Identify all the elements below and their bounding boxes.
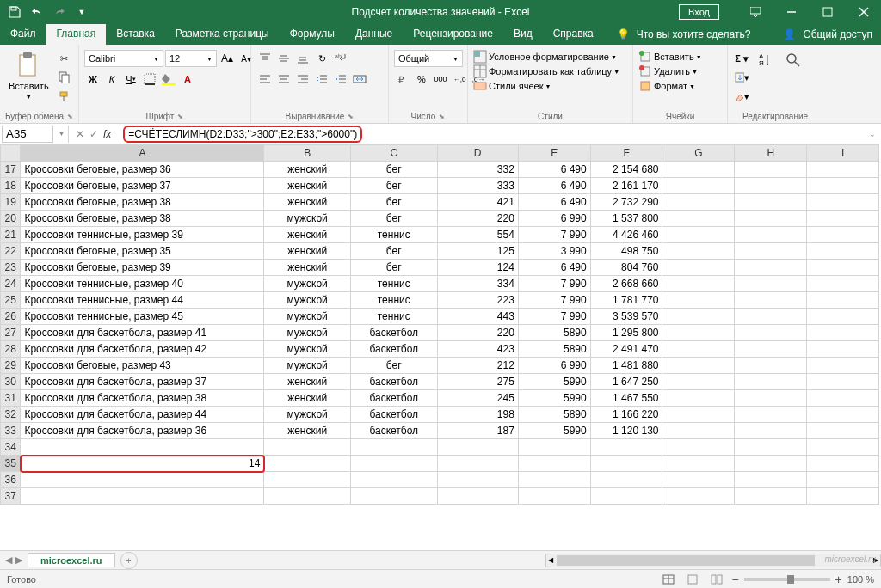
cell[interactable]: баскетбол xyxy=(350,325,437,341)
align-middle-icon[interactable] xyxy=(275,50,293,67)
cell[interactable]: 5990 xyxy=(518,423,590,439)
tab-view[interactable]: Вид xyxy=(503,24,543,45)
cell[interactable]: 5990 xyxy=(518,390,590,407)
cell[interactable]: Кроссовки беговые, размер 43 xyxy=(21,358,264,374)
cell[interactable]: Кроссовки для баскетбола, размер 37 xyxy=(21,374,264,390)
row-header[interactable]: 20 xyxy=(1,211,21,227)
cell[interactable]: 7 990 xyxy=(518,227,590,243)
wrap-text-icon[interactable]: ab xyxy=(332,50,349,67)
cell[interactable] xyxy=(350,488,437,505)
col-header-B[interactable]: B xyxy=(264,145,351,162)
cell[interactable] xyxy=(21,439,264,456)
cell[interactable]: 220 xyxy=(437,325,518,341)
underline-button[interactable]: Ч▾ xyxy=(122,70,139,88)
increase-indent-icon[interactable] xyxy=(332,70,349,88)
sheet-tab-active[interactable]: microexcel.ru xyxy=(28,553,115,567)
cell[interactable]: 6 490 xyxy=(518,194,590,211)
save-icon[interactable] xyxy=(5,3,24,21)
cell[interactable] xyxy=(807,439,879,456)
cell[interactable] xyxy=(264,472,351,488)
cell[interactable] xyxy=(350,472,437,488)
cell[interactable] xyxy=(662,488,735,505)
cell[interactable] xyxy=(662,162,735,178)
cell[interactable]: женский xyxy=(264,162,351,178)
spreadsheet-grid[interactable]: ABCDEFGHI17Кроссовки беговые, размер 36ж… xyxy=(0,144,879,505)
cell[interactable]: 443 xyxy=(437,309,518,325)
cell[interactable] xyxy=(735,341,807,358)
cell[interactable]: Кроссовки беговые, размер 38 xyxy=(21,194,264,211)
cell[interactable]: бег xyxy=(350,194,437,211)
cell[interactable]: женский xyxy=(264,194,351,211)
font-launcher-icon[interactable]: ⬊ xyxy=(177,113,183,120)
cell[interactable] xyxy=(807,472,879,488)
cell[interactable]: женский xyxy=(264,423,351,439)
cell[interactable] xyxy=(735,472,807,488)
tab-home[interactable]: Главная xyxy=(46,24,107,45)
row-header[interactable]: 19 xyxy=(1,194,21,211)
cell[interactable] xyxy=(807,358,879,374)
zoom-out-button[interactable]: − xyxy=(731,573,738,586)
bold-button[interactable]: Ж xyxy=(84,70,102,88)
clear-icon[interactable]: ▾ xyxy=(733,88,750,105)
cell[interactable] xyxy=(735,162,807,178)
cell[interactable] xyxy=(662,374,735,390)
cell[interactable] xyxy=(662,211,735,227)
cell[interactable] xyxy=(590,456,662,472)
cell[interactable] xyxy=(735,439,807,456)
fill-color-icon[interactable] xyxy=(160,70,177,88)
row-header[interactable]: 23 xyxy=(1,260,21,276)
sort-filter-button[interactable]: AЯ xyxy=(754,50,778,70)
cell[interactable] xyxy=(662,178,735,194)
cell[interactable]: 6 490 xyxy=(518,260,590,276)
cell[interactable]: Кроссовки теннисные, размер 40 xyxy=(21,276,264,292)
cell[interactable]: 1 166 220 xyxy=(590,407,662,423)
cell[interactable]: Кроссовки для баскетбола, размер 42 xyxy=(21,341,264,358)
row-header[interactable]: 36 xyxy=(1,472,21,488)
name-box-dropdown-icon[interactable]: ▼ xyxy=(55,126,69,143)
cell[interactable] xyxy=(807,309,879,325)
cell[interactable]: 7 990 xyxy=(518,276,590,292)
cell[interactable]: баскетбол xyxy=(350,341,437,358)
row-header[interactable]: 24 xyxy=(1,276,21,292)
cell[interactable]: баскетбол xyxy=(350,423,437,439)
col-header-F[interactable]: F xyxy=(590,145,662,162)
cell[interactable] xyxy=(735,276,807,292)
cell[interactable] xyxy=(518,456,590,472)
cell[interactable]: 187 xyxy=(437,423,518,439)
align-launcher-icon[interactable]: ⬊ xyxy=(348,113,354,120)
cell[interactable]: Кроссовки беговые, размер 38 xyxy=(21,211,264,227)
cell[interactable]: Кроссовки беговые, размер 37 xyxy=(21,178,264,194)
cell[interactable]: 124 xyxy=(437,260,518,276)
cell[interactable] xyxy=(807,374,879,390)
cell[interactable]: бег xyxy=(350,243,437,260)
formula-input[interactable]: =СЧЁТЕСЛИМН(D2:D33;">300";E2:E33;">6000"… xyxy=(118,124,864,144)
cell[interactable]: 6 490 xyxy=(518,162,590,178)
cell[interactable]: 2 491 470 xyxy=(590,341,662,358)
col-header-E[interactable]: E xyxy=(518,145,590,162)
cell[interactable]: 423 xyxy=(437,341,518,358)
conditional-format-button[interactable]: Условное форматирование▼ xyxy=(473,50,617,64)
cell[interactable]: 804 760 xyxy=(590,260,662,276)
row-header[interactable]: 27 xyxy=(1,325,21,341)
cell[interactable]: 2 161 170 xyxy=(590,178,662,194)
font-size-combo[interactable]: 12▼ xyxy=(165,50,217,67)
qat-dropdown-icon[interactable]: ▼ xyxy=(72,3,91,21)
login-button[interactable]: Вход xyxy=(679,4,719,20)
row-header[interactable]: 35 xyxy=(1,456,21,472)
cell[interactable] xyxy=(807,260,879,276)
cell[interactable]: 4 426 460 xyxy=(590,227,662,243)
cell[interactable]: мужской xyxy=(264,211,351,227)
tab-insert[interactable]: Вставка xyxy=(106,24,165,45)
zoom-level[interactable]: 100 % xyxy=(847,574,874,585)
row-header[interactable]: 28 xyxy=(1,341,21,358)
cell[interactable]: бег xyxy=(350,178,437,194)
cell[interactable] xyxy=(807,488,879,505)
cell[interactable] xyxy=(735,227,807,243)
cell[interactable] xyxy=(437,472,518,488)
cell[interactable]: 334 xyxy=(437,276,518,292)
cell[interactable]: баскетбол xyxy=(350,374,437,390)
cell[interactable] xyxy=(662,341,735,358)
cell[interactable] xyxy=(437,488,518,505)
cell[interactable] xyxy=(662,390,735,407)
cell[interactable]: 245 xyxy=(437,390,518,407)
